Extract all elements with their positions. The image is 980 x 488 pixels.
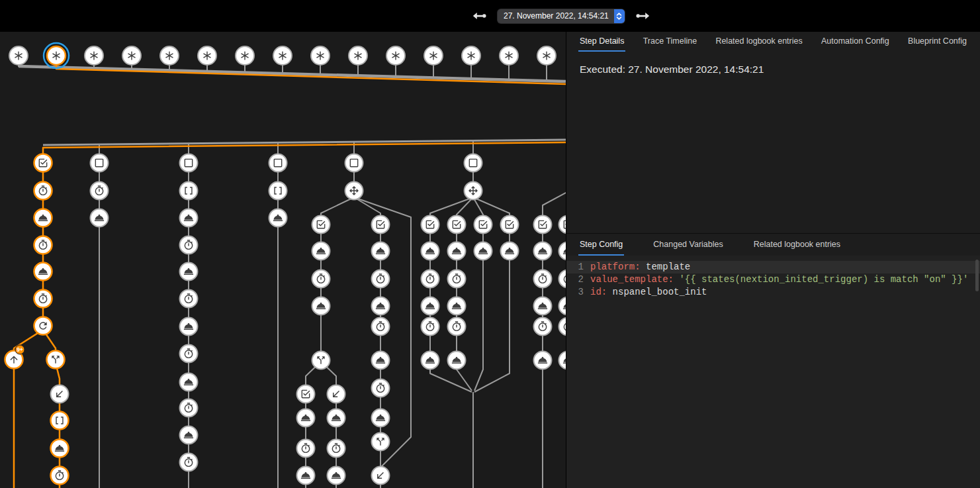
graph-node-service-call-bell[interactable] [448, 352, 466, 369]
tab-step-config[interactable]: Step Config [578, 234, 624, 256]
graph-node-service-call-bell[interactable] [422, 297, 439, 315]
graph-node-condition-checkbox[interactable] [422, 216, 439, 234]
graph-node-delay-timer[interactable] [180, 454, 198, 471]
graph-node-parallel-arrows[interactable] [345, 182, 363, 200]
graph-node-trigger-asterisk[interactable] [386, 46, 405, 65]
graph-node-condition-checkbox[interactable] [474, 216, 492, 234]
graph-node-trigger-asterisk[interactable] [236, 46, 254, 65]
graph-node-blank-checkbox[interactable] [345, 154, 363, 172]
graph-node-trigger-asterisk[interactable] [85, 46, 103, 65]
graph-node-service-call-bell[interactable] [559, 297, 566, 315]
tab-blueprint-config[interactable]: Blueprint Config [907, 32, 968, 52]
graph-node-service-call-bell[interactable] [448, 242, 466, 260]
graph-node-trigger-asterisk[interactable] [537, 46, 556, 65]
graph-node-parallel-arrows[interactable] [465, 182, 482, 200]
next-trace-button[interactable] [635, 9, 651, 23]
graph-node-trigger-asterisk[interactable] [122, 46, 141, 65]
graph-node-service-call-bell[interactable] [474, 242, 492, 260]
graph-node-delay-timer[interactable] [534, 270, 552, 288]
graph-node-trigger-asterisk[interactable] [198, 46, 216, 65]
graph-node-delay-timer[interactable] [180, 345, 198, 363]
graph-node-delay-timer[interactable] [180, 290, 198, 308]
graph-node-condition-checkbox[interactable] [534, 216, 552, 234]
graph-node-delay-timer[interactable] [180, 399, 198, 417]
graph-node-trigger-asterisk[interactable] [311, 46, 330, 65]
graph-node-service-call-bell[interactable] [559, 352, 566, 369]
graph-node-delay-timer[interactable] [312, 270, 330, 288]
graph-node-service-call-bell[interactable] [180, 373, 198, 391]
graph-node-delay-timer[interactable] [534, 318, 552, 336]
graph-node-delay-timer[interactable] [559, 270, 566, 288]
graph-node-service-call-bell[interactable] [269, 209, 287, 227]
graph-node-delay-timer[interactable] [297, 440, 315, 458]
graph-node-blank-checkbox[interactable] [180, 154, 198, 172]
graph-node-condition-checkbox[interactable] [372, 216, 390, 234]
graph-node-blank-checkbox[interactable] [269, 154, 287, 172]
graph-node-delay-timer[interactable] [448, 318, 466, 336]
graph-node-service-call-bell[interactable] [422, 242, 439, 260]
graph-node-delay-timer[interactable] [34, 290, 52, 308]
graph-node-arrow-return[interactable] [51, 385, 69, 403]
graph-node-condition-checkbox[interactable] [312, 216, 330, 234]
graph-node-service-call-bell[interactable] [448, 297, 466, 315]
graph-node-service-call-bell[interactable] [297, 409, 315, 427]
graph-node-delay-timer[interactable] [34, 182, 52, 200]
graph-node-condition-checkbox[interactable] [559, 216, 566, 234]
graph-node-service-call-bell[interactable] [559, 242, 566, 260]
graph-node-service-call-bell[interactable] [534, 297, 552, 315]
graph-node-trigger-asterisk[interactable] [273, 46, 292, 65]
graph-node-code-brackets[interactable] [269, 182, 287, 200]
graph-node-service-call-bell[interactable] [534, 242, 552, 260]
graph-node-service-call-bell[interactable] [312, 297, 330, 315]
graph-node-service-call-bell[interactable] [422, 352, 439, 369]
graph-node-service-call-bell[interactable] [180, 318, 198, 336]
graph-node-trigger-asterisk[interactable] [349, 46, 367, 65]
graph-node-condition-checkbox[interactable] [448, 216, 466, 234]
graph-node-service-call-bell[interactable] [51, 440, 69, 458]
graph-node-arrow-return[interactable] [328, 385, 345, 403]
graph-node-delay-timer[interactable] [34, 236, 52, 254]
graph-node-trigger-asterisk[interactable] [9, 46, 28, 65]
tab-changed-variables[interactable]: Changed Variables [652, 234, 724, 256]
graph-node-code-brackets[interactable] [51, 412, 69, 430]
graph-node-arrow-return[interactable] [372, 467, 390, 485]
graph-node-service-call-bell[interactable] [372, 409, 390, 427]
graph-node-service-call-bell[interactable] [297, 467, 315, 485]
graph-node-service-call-bell[interactable] [534, 352, 552, 369]
graph-node-delay-timer[interactable] [559, 318, 566, 336]
graph-node-split-arrows[interactable] [372, 433, 390, 451]
graph-node-service-call-bell[interactable] [180, 209, 198, 227]
graph-node-delay-timer[interactable] [448, 270, 466, 288]
tab-trace-timeline[interactable]: Trace Timeline [642, 32, 699, 52]
graph-node-trigger-asterisk[interactable] [500, 46, 518, 65]
tab-related-logbook-entries[interactable]: Related logbook entries [714, 32, 803, 52]
graph-node-service-call-bell[interactable] [372, 352, 390, 369]
graph-node-delay-timer[interactable] [372, 270, 390, 288]
graph-node-service-call-bell[interactable] [180, 263, 198, 281]
graph-node-delay-timer[interactable] [51, 467, 69, 485]
graph-node-delay-timer[interactable] [422, 318, 439, 336]
step-config-code-editor[interactable]: 1platform: template2value_template: '{{ … [566, 256, 980, 488]
trace-date-select[interactable]: 27. November 2022, 14:54:21 [498, 9, 625, 23]
graph-node-service-call-bell[interactable] [501, 242, 519, 260]
graph-node-service-call-bell[interactable] [372, 242, 390, 260]
graph-node-delay-timer[interactable] [372, 318, 390, 336]
graph-node-delay-timer[interactable] [328, 440, 345, 458]
graph-node-service-call-bell[interactable] [34, 209, 52, 227]
graph-node-service-call-bell[interactable] [328, 409, 345, 427]
graph-node-condition-checkbox[interactable] [501, 216, 519, 234]
graph-node-trigger-asterisk[interactable] [462, 46, 480, 65]
graph-node-delay-timer[interactable] [180, 236, 198, 254]
graph-node-condition-checkbox[interactable] [297, 385, 315, 403]
graph-node-trigger-asterisk[interactable] [160, 46, 179, 65]
graph-node-code-brackets[interactable] [180, 182, 198, 200]
graph-node-service-call-bell[interactable] [180, 426, 198, 444]
graph-node-blank-checkbox[interactable] [91, 154, 109, 172]
tab-related-logbook-entries[interactable]: Related logbook entries [752, 234, 842, 256]
graph-node-condition-checkbox[interactable] [34, 154, 52, 172]
graph-node-trigger-asterisk[interactable] [44, 43, 69, 68]
graph-node-repeat-refresh[interactable] [34, 317, 52, 335]
graph-node-split-arrows[interactable] [312, 352, 330, 369]
graph-node-service-call-bell[interactable] [91, 209, 109, 227]
graph-node-service-call-bell[interactable] [34, 263, 52, 281]
